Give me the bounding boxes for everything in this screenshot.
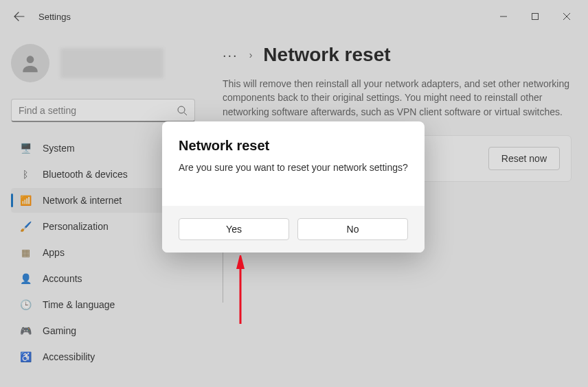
confirm-dialog: Network reset Are you sure you want to r…	[162, 121, 425, 253]
dialog-message: Are you sure you want to reset your netw…	[179, 162, 408, 173]
no-button[interactable]: No	[297, 218, 408, 240]
dialog-actions: Yes No	[162, 206, 425, 253]
yes-button[interactable]: Yes	[179, 218, 289, 240]
dialog-title: Network reset	[179, 138, 408, 154]
